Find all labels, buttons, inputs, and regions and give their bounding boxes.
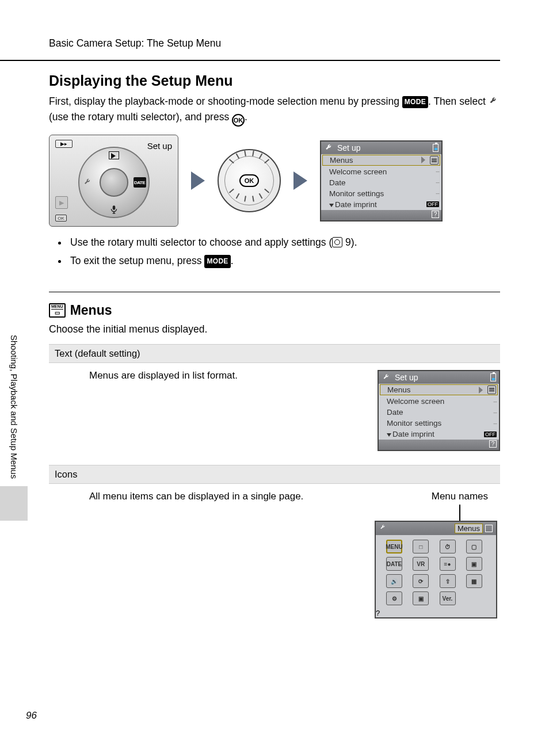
lcd-setup-text: Set up MenusWelcome screen--Date--Monito… (320, 140, 443, 222)
menu-row: Monitor settings-- (321, 188, 441, 199)
icon-grid-title: Menus (455, 524, 483, 533)
list-item: To exit the setup menu, press MODE. (68, 252, 549, 270)
arrow-right-icon (293, 171, 307, 190)
menu-row: Menus (380, 384, 498, 395)
menu-row-label: Monitor settings (387, 419, 441, 427)
icon-grid-cell: ⟳ (413, 574, 429, 588)
menu-row-value: -- (493, 419, 497, 427)
grid-icon (485, 525, 493, 532)
icon-grid-cell: ⇧ (440, 574, 456, 588)
mic-dial-icon (108, 204, 120, 215)
menu-row-label: Menus (330, 156, 353, 165)
play-tab-icon: ▶▸ (55, 140, 73, 148)
side-tab: Shooting, Playback and Setup Menus (0, 311, 28, 503)
icon-grid-cell: □ (413, 540, 429, 553)
icon-grid-cell: ⏱ (440, 540, 456, 553)
ok-icon: OK (232, 114, 245, 127)
icon-grid-cell: ▣ (413, 591, 429, 605)
option-header: Icons (49, 465, 500, 484)
section-heading-menus: MENU▭ Menus (49, 303, 549, 318)
menu-row-label: Date (329, 178, 346, 187)
mode-badge-icon: MODE (204, 255, 230, 269)
option-icons: Icons All menu items can be displayed in… (49, 465, 500, 625)
icon-grid-cell: ≡● (440, 557, 456, 571)
section-desc: Choose the initial menus displayed. (49, 322, 500, 337)
menu-row: Date-- (321, 177, 441, 188)
menu-row-value: -- (493, 398, 497, 406)
icon-grid-cell: ▢ (466, 540, 482, 553)
wrench-dial-icon (82, 177, 94, 188)
wrench-icon (379, 524, 387, 533)
chevron-down-icon (329, 204, 334, 207)
menu-row: Date imprintOFF (321, 199, 441, 210)
menu-row-value: -- (436, 167, 439, 175)
menu-badge-icon: MENU▭ (49, 303, 66, 318)
wrench-icon (382, 373, 391, 382)
option-text: Text (default setting) Menus are display… (49, 344, 500, 458)
option-body-text: Menus are displayed in list format. (89, 370, 349, 381)
menu-row-value: OFF (484, 432, 497, 437)
option-header: Text (default setting) (49, 344, 500, 363)
svg-rect-0 (112, 206, 115, 211)
icon-grid-cell: ⚙ (386, 591, 402, 605)
menu-row-value: -- (436, 189, 439, 197)
panel-setup-label: Set up (147, 141, 172, 151)
breadcrumb: Basic Camera Setup: The Setup Menu (0, 0, 500, 61)
ok-tab-icon: OK (55, 215, 67, 222)
ok-button-icon: OK (239, 174, 259, 187)
lcd-setup-icons: Menus MENU□⏱▢DATEVR≡●▣🔊⟳⇧▦⚙▣Ver. ? (375, 521, 497, 618)
icon-grid-cell: DATE (386, 557, 402, 571)
camera-back-illustration: ▶▸ Set up ▶ OK DATE (49, 135, 178, 227)
menu-row: Menus (322, 155, 440, 166)
chevron-right-icon (421, 156, 425, 163)
menu-row: Monitor settings-- (379, 418, 499, 429)
pointer-line (459, 505, 460, 521)
help-icon: ? (432, 211, 439, 218)
mode-badge-icon: MODE (402, 96, 428, 108)
date-dial-icon: DATE (134, 177, 146, 188)
menu-row-label: Monitor settings (329, 189, 384, 198)
lcd-title: Set up (337, 143, 360, 152)
intro-text: First, display the playback-mode or shoo… (49, 94, 500, 127)
menu-row-value: -- (493, 408, 497, 417)
battery-icon (490, 373, 496, 381)
list-view-icon (430, 156, 439, 165)
divider (49, 292, 500, 292)
play-icon (108, 150, 120, 161)
page-number: 96 (26, 710, 37, 721)
multi-selector-dial: DATE (78, 147, 150, 218)
icon-grid-cell: MENU (386, 540, 402, 553)
wrench-icon (325, 143, 334, 152)
selector-icon (332, 237, 342, 247)
icon-grid-cell (466, 591, 482, 605)
menu-names-label: Menu names (432, 491, 488, 502)
lcd-title: Set up (395, 373, 418, 382)
menu-row-label: Welcome screen (329, 167, 387, 176)
battery-icon (433, 144, 439, 152)
playback-square-icon: ▶ (55, 196, 68, 209)
icon-grid-cell: ▣ (466, 557, 482, 571)
icon-grid-cell: VR (413, 557, 429, 571)
menu-row-value: -- (436, 178, 439, 186)
menu-row-label: Menus (387, 385, 411, 394)
arrow-right-icon (191, 171, 205, 190)
option-body-text: All menu items can be displayed in a sin… (89, 491, 346, 502)
list-view-icon (487, 385, 496, 394)
wrench-icon (489, 96, 499, 106)
help-icon: ? (376, 609, 380, 617)
chevron-right-icon (479, 387, 483, 394)
icon-grid-cell: 🔊 (386, 574, 402, 588)
help-icon: ? (489, 440, 497, 448)
menu-row: Welcome screen-- (379, 396, 499, 407)
list-item: Use the rotary multi selector to choose … (68, 234, 549, 252)
page-title: Displaying the Setup Menu (49, 72, 549, 89)
icon-grid-cell: Ver. (440, 591, 456, 605)
menu-row-label: Date imprint (329, 200, 377, 209)
ok-dial-illustration: OK (218, 149, 281, 212)
figure-row: ▶▸ Set up ▶ OK DATE OK (49, 135, 500, 227)
icon-grid-cell: ▦ (466, 574, 482, 588)
lcd-setup-text-2: Set up MenusWelcome screen--Date--Monito… (378, 370, 500, 451)
instruction-list: Use the rotary multi selector to choose … (68, 234, 549, 270)
menu-row-label: Date (387, 408, 403, 417)
chevron-down-icon (387, 433, 391, 437)
